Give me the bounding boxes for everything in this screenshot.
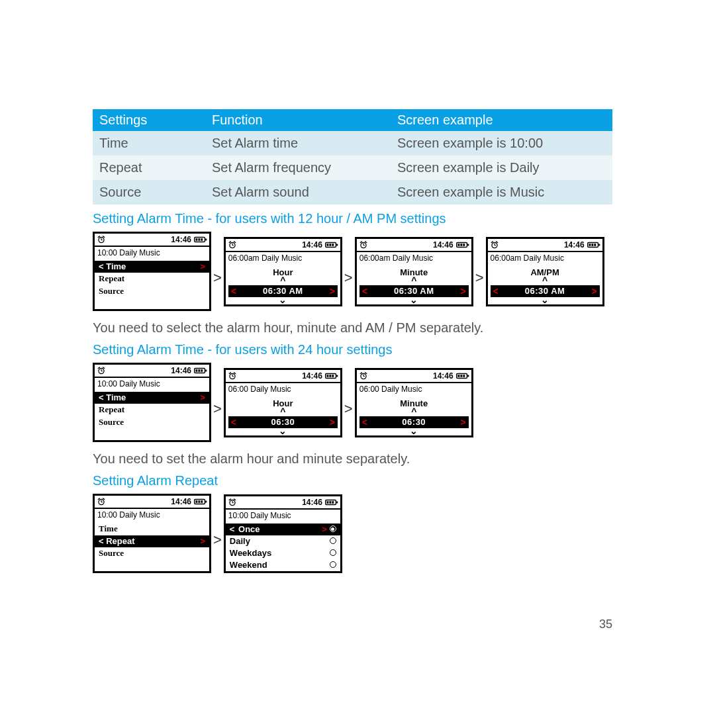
flow-arrow-icon: > [211, 400, 224, 418]
chevron-down-icon[interactable]: ⌄ [357, 428, 471, 435]
alarm-icon [359, 240, 368, 250]
clock-time: 14:46 [171, 366, 191, 375]
chevron-up-icon[interactable]: ^ [226, 409, 340, 416]
svg-rect-17 [326, 244, 328, 246]
alarm-icon [228, 498, 237, 507]
chevron-up-icon[interactable]: ^ [488, 278, 602, 285]
svg-rect-47 [196, 369, 198, 372]
menu-item[interactable]: Source [95, 547, 209, 560]
chevron-up-icon[interactable]: ^ [357, 278, 471, 285]
svg-rect-46 [205, 370, 207, 372]
battery-icon [194, 498, 207, 505]
device-screen: 14:4606:00 Daily MusicHour^<06:30>⌄ [224, 368, 342, 437]
svg-rect-28 [460, 244, 462, 246]
svg-rect-48 [198, 369, 200, 372]
chevron-right-icon: > [200, 392, 205, 402]
flow-arrow-icon: > [211, 531, 224, 549]
radio-selected-icon [330, 525, 336, 532]
menu-item[interactable]: Source [95, 416, 209, 429]
menu-item-selected[interactable]: < Time> [95, 392, 209, 404]
menu-item[interactable]: Repeat [95, 404, 209, 416]
option-row[interactable]: Weekend [226, 559, 340, 571]
svg-rect-88 [329, 501, 331, 504]
chevron-left-icon[interactable]: < [362, 417, 367, 428]
svg-rect-38 [591, 244, 593, 246]
chevron-left-icon[interactable]: < [231, 286, 236, 296]
battery-icon [194, 236, 207, 243]
screens-row-24h: 14:4610:00 Daily Music< Time>RepeatSourc… [93, 363, 612, 442]
chevron-down-icon[interactable]: ⌄ [488, 297, 602, 304]
option-row[interactable]: Weekdays [226, 547, 340, 559]
flow-arrow-icon: > [342, 269, 355, 287]
page-content: Settings Function Screen example Time Se… [93, 109, 612, 577]
radio-icon [330, 549, 336, 556]
status-bar: 14:46 [226, 496, 340, 510]
svg-rect-69 [463, 375, 465, 377]
radio-icon [330, 537, 336, 544]
status-bar: 14:46 [95, 365, 209, 378]
chevron-right-icon[interactable]: > [591, 286, 596, 296]
chevron-left-icon[interactable]: < [362, 286, 367, 296]
svg-rect-56 [336, 375, 338, 377]
menu-item[interactable]: Time [95, 523, 209, 535]
svg-line-14 [234, 242, 235, 242]
device-screen: 14:4606:00 Daily MusicMinute^<06:30>⌄ [355, 368, 473, 437]
svg-rect-18 [329, 244, 331, 246]
chevron-down-icon[interactable]: ⌄ [357, 297, 471, 304]
svg-line-4 [103, 236, 105, 237]
svg-line-34 [496, 242, 497, 242]
chevron-up-icon[interactable]: ^ [226, 278, 340, 285]
chevron-left-icon[interactable]: < [231, 417, 236, 428]
svg-line-83 [229, 499, 230, 500]
chevron-right-icon[interactable]: > [330, 417, 335, 428]
alarm-info-line: 06:00am Daily Music [488, 252, 602, 266]
alarm-icon [228, 371, 237, 381]
alarm-icon [359, 371, 368, 381]
svg-rect-86 [336, 501, 338, 503]
page-number: 35 [599, 617, 612, 631]
alarm-icon [490, 240, 499, 250]
svg-rect-79 [201, 500, 203, 503]
svg-line-43 [98, 367, 99, 368]
section-heading-12h: Setting Alarm Time - for users with 12 h… [93, 211, 612, 226]
section-heading-24h: Setting Alarm Time - for users with 24 h… [93, 342, 612, 357]
svg-line-53 [229, 373, 230, 373]
menu-item[interactable]: Repeat [95, 273, 209, 285]
svg-rect-8 [198, 238, 200, 241]
chevron-up-icon[interactable]: ^ [357, 409, 471, 416]
alarm-info-line: 06:00am Daily Music [357, 252, 471, 266]
status-bar: 14:46 [357, 370, 471, 383]
status-bar: 14:46 [488, 239, 602, 252]
alarm-info-line: 06:00 Daily Music [357, 383, 471, 397]
flow-arrow-icon: > [473, 269, 486, 287]
svg-rect-66 [467, 375, 469, 377]
svg-line-73 [98, 498, 99, 499]
svg-line-3 [98, 236, 99, 237]
status-bar: 14:46 [226, 370, 340, 383]
chevron-right-icon[interactable]: > [330, 286, 335, 296]
battery-icon [587, 242, 600, 248]
option-row-selected[interactable]: < Once> [226, 523, 340, 535]
svg-rect-37 [589, 244, 591, 246]
table-cell: Set Alarm frequency [205, 156, 391, 180]
svg-line-44 [103, 367, 105, 368]
chevron-right-icon[interactable]: > [461, 286, 466, 296]
svg-rect-59 [332, 375, 334, 377]
chevron-down-icon[interactable]: ⌄ [226, 297, 340, 304]
table-cell: Screen example is Music [391, 180, 612, 205]
menu-item-selected[interactable]: < Repeat> [95, 535, 209, 547]
option-row[interactable]: Daily [226, 535, 340, 547]
svg-rect-39 [594, 244, 596, 246]
menu-item-selected[interactable]: < Time> [95, 261, 209, 273]
status-bar: 14:46 [357, 239, 471, 252]
alarm-icon [97, 235, 106, 244]
battery-icon [325, 242, 338, 248]
chevron-right-icon[interactable]: > [461, 417, 466, 428]
device-screen: 14:4610:00 Daily Music< Time>RepeatSourc… [93, 232, 211, 311]
radio-icon [330, 561, 336, 568]
menu-item[interactable]: Source [95, 285, 209, 298]
chevron-left-icon[interactable]: < [493, 286, 499, 296]
chevron-down-icon[interactable]: ⌄ [226, 428, 340, 435]
chevron-left-icon: < [99, 536, 104, 546]
table-header: Settings [93, 109, 205, 131]
